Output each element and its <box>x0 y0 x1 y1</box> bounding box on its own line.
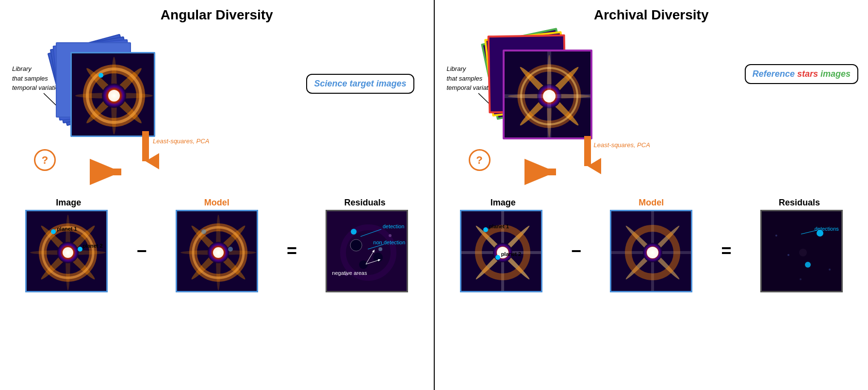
orange-arrow-angular <box>90 159 129 186</box>
equals-sign-angular: = <box>287 241 297 261</box>
archival-labels-row: Image Model Residuals <box>440 198 864 208</box>
svg-point-94 <box>775 235 777 237</box>
archival-image-panel: planet 1 planet 2 <box>460 210 542 292</box>
angular-residuals-panel: detection non detection negative areas <box>326 210 408 292</box>
archival-model-panel <box>610 210 692 292</box>
detections-arrow-icon <box>799 228 818 238</box>
image-label-archival: Image <box>459 198 547 208</box>
archival-bottom-row: planet 1 planet 2 − <box>440 210 864 292</box>
model-label-angular: Model <box>173 198 261 208</box>
svg-point-80 <box>495 255 500 260</box>
corona-svg-angular <box>72 53 155 137</box>
main-container: Angular Diversity Library that samples t… <box>0 0 868 390</box>
svg-point-88 <box>647 247 658 258</box>
detection-label-angular: detection <box>383 223 405 229</box>
svg-point-91 <box>805 262 811 268</box>
orange-arrow-archival <box>524 159 563 186</box>
model-label-archival: Model <box>607 198 695 208</box>
question-circle-angular: ? <box>34 149 56 171</box>
archival-residuals-svg <box>762 211 843 292</box>
ref-stars-label-box: Reference stars images <box>745 64 858 84</box>
svg-point-95 <box>800 278 802 280</box>
minus-sign-archival: − <box>571 241 581 261</box>
minus-sign-angular: − <box>136 241 147 261</box>
detections-label-archival: detections <box>815 226 839 232</box>
residuals-label-angular: Residuals <box>321 198 409 208</box>
svg-point-79 <box>483 227 488 232</box>
lsq-label-angular: Least-squares, PCA <box>153 137 209 146</box>
detection-arrow-icon <box>358 227 382 239</box>
science-label-box: Science target images <box>306 74 414 94</box>
image-label-angular: Image <box>25 198 112 208</box>
svg-point-36 <box>201 229 206 234</box>
svg-point-46 <box>389 234 392 237</box>
archival-model-svg <box>611 211 692 292</box>
archival-diversity-section: Archival Diversity Library that samples … <box>435 0 868 390</box>
equals-sign-archival: = <box>721 241 732 261</box>
negative-areas-label-angular: negative areas <box>332 270 367 276</box>
svg-point-24 <box>63 247 73 258</box>
svg-point-10 <box>108 90 120 102</box>
archival-image-stack <box>488 35 605 152</box>
svg-point-43 <box>351 229 357 235</box>
svg-point-25 <box>51 229 56 234</box>
angular-top-area: Library that samples temporal variations <box>5 25 429 195</box>
svg-point-35 <box>213 247 224 258</box>
planet2-label-angular: planet 2 <box>82 243 103 249</box>
svg-line-97 <box>801 230 817 234</box>
angular-image-svg <box>27 211 108 292</box>
lsq-label-archival: Least-squares, PCA <box>594 141 650 150</box>
archival-top-area: Library that samples temporal variations <box>440 25 864 195</box>
archival-residuals-panel: detections <box>760 210 843 292</box>
archival-main-image <box>503 50 592 139</box>
svg-point-26 <box>78 247 82 252</box>
angular-model-panel <box>176 210 258 292</box>
svg-point-96 <box>799 249 807 256</box>
angular-model-svg <box>177 211 258 292</box>
svg-point-93 <box>829 269 831 271</box>
planet1-label-angular: planet 1 <box>57 226 77 232</box>
archival-title: Archival Diversity <box>440 7 864 23</box>
corona-svg-archival <box>505 51 592 139</box>
angular-image-stack <box>53 40 160 147</box>
negative-areas-arrow-icon <box>363 250 380 267</box>
svg-point-11 <box>98 73 103 78</box>
svg-line-49 <box>368 244 384 249</box>
angular-labels-row: Image Model Residuals <box>5 198 429 208</box>
angular-image-panel: planet 1 planet 2 <box>25 210 108 292</box>
planet2-label-archival: planet 2 <box>501 251 522 257</box>
angular-main-image <box>70 52 155 137</box>
svg-line-48 <box>360 229 381 237</box>
question-circle-archival: ? <box>469 149 491 171</box>
svg-rect-66 <box>505 94 592 98</box>
angular-title: Angular Diversity <box>5 7 429 23</box>
planet1-label-archival: planet 1 <box>489 223 509 229</box>
angular-diversity-section: Angular Diversity Library that samples t… <box>0 0 434 390</box>
angular-bottom-row: planet 1 planet 2 − <box>5 210 429 292</box>
svg-point-37 <box>228 247 233 252</box>
residuals-label-archival: Residuals <box>756 198 843 208</box>
svg-point-92 <box>787 254 789 256</box>
